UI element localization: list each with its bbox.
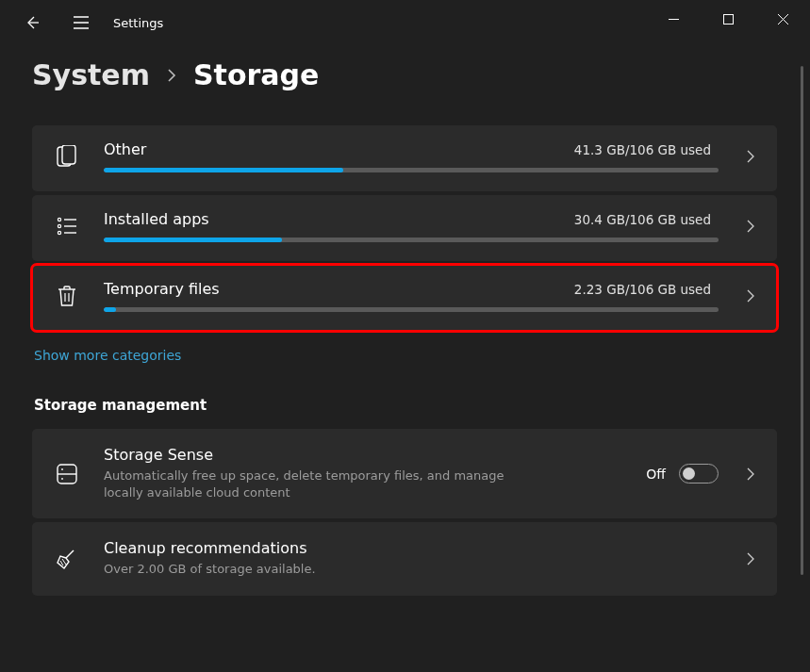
chevron-right-icon	[741, 280, 760, 312]
cleanup-recommendations-item[interactable]: Cleanup recommendations Over 2.00 GB of …	[32, 522, 777, 595]
scrollbar[interactable]	[801, 66, 803, 575]
item-label: Storage Sense	[104, 446, 623, 464]
window-controls	[646, 0, 810, 38]
drive-icon	[53, 464, 81, 484]
show-more-link[interactable]: Show more categories	[34, 348, 181, 363]
usage-bar	[104, 168, 719, 172]
category-usage: 41.3 GB/106 GB used	[574, 142, 711, 157]
item-sublabel: Automatically free up space, delete temp…	[104, 467, 537, 501]
category-temporary-files[interactable]: Temporary files 2.23 GB/106 GB used	[32, 265, 777, 331]
item-sublabel: Over 2.00 GB of storage available.	[104, 561, 537, 578]
minimize-button[interactable]	[646, 0, 701, 38]
svg-point-7	[61, 468, 63, 470]
menu-button[interactable]	[68, 9, 94, 36]
category-other[interactable]: Other 41.3 GB/106 GB used	[32, 125, 777, 191]
svg-rect-0	[723, 14, 733, 24]
close-button[interactable]	[755, 0, 810, 38]
category-label: Temporary files	[104, 280, 220, 298]
chevron-right-icon	[167, 69, 176, 82]
maximize-button[interactable]	[701, 0, 755, 38]
titlebar: Settings	[0, 0, 810, 45]
svg-point-8	[61, 478, 63, 480]
category-usage: 2.23 GB/106 GB used	[574, 282, 711, 297]
other-icon	[53, 140, 81, 172]
svg-point-3	[58, 218, 60, 221]
category-usage: 30.4 GB/106 GB used	[574, 212, 711, 227]
svg-point-5	[58, 231, 60, 234]
chevron-right-icon	[741, 552, 760, 565]
breadcrumb-parent[interactable]: System	[32, 58, 150, 91]
svg-rect-2	[62, 145, 75, 164]
usage-bar	[104, 238, 719, 242]
chevron-right-icon	[741, 210, 760, 242]
window-title: Settings	[113, 16, 163, 30]
breadcrumb-current: Storage	[193, 58, 319, 91]
storage-sense-item[interactable]: Storage Sense Automatically free up spac…	[32, 429, 777, 518]
toggle-state-label: Off	[646, 467, 666, 482]
category-installed-apps[interactable]: Installed apps 30.4 GB/106 GB used	[32, 195, 777, 261]
back-button[interactable]	[19, 9, 45, 36]
category-label: Other	[104, 140, 146, 158]
broom-icon	[53, 548, 81, 570]
breadcrumb: System Storage	[32, 58, 810, 91]
section-title: Storage management	[34, 397, 810, 414]
trash-icon	[53, 280, 81, 312]
chevron-right-icon	[741, 140, 760, 172]
item-label: Cleanup recommendations	[104, 539, 719, 557]
list-icon	[53, 210, 81, 242]
category-label: Installed apps	[104, 210, 209, 228]
usage-bar	[104, 307, 719, 312]
storage-sense-toggle[interactable]	[679, 464, 719, 484]
storage-categories: Other 41.3 GB/106 GB used Installed apps	[32, 125, 777, 331]
chevron-right-icon	[741, 467, 760, 481]
storage-management: Storage Sense Automatically free up spac…	[32, 429, 777, 596]
svg-point-4	[58, 224, 60, 227]
